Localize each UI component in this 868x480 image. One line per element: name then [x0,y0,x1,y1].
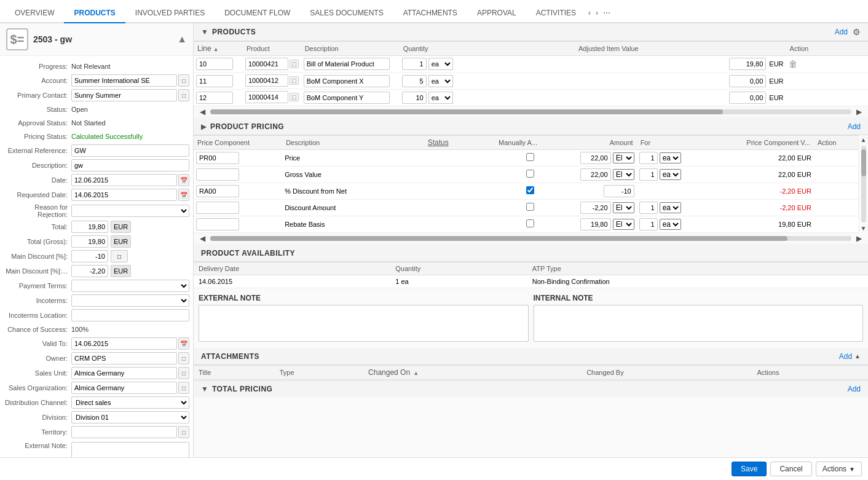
manually-checkbox[interactable] [526,170,534,178]
manually-checkbox[interactable] [526,186,534,194]
owner-pick-btn[interactable]: □ [178,352,189,364]
sales-org-pick-btn[interactable]: □ [178,382,189,394]
incoterms-location-input[interactable] [71,309,189,321]
pricing-add-button[interactable]: Add [848,122,861,131]
pricing-scroll-up[interactable]: ▲ [859,135,868,144]
sales-org-input[interactable] [71,382,177,394]
unit-select[interactable]: ea [428,92,453,104]
for-qty-input[interactable] [639,152,658,164]
amount-input[interactable] [604,185,634,197]
delete-row-button[interactable]: 🗑 [789,59,797,69]
qty-input[interactable] [402,75,427,87]
date-input[interactable] [71,174,177,186]
save-button[interactable]: Save [732,462,767,476]
value-input[interactable] [729,75,766,87]
price-component-input[interactable] [196,202,239,214]
pricing-scroll-track[interactable] [861,146,866,222]
account-pick-btn[interactable]: □ [178,74,189,87]
valid-to-input[interactable] [71,337,177,350]
total-input[interactable] [71,221,108,233]
total-pricing-add-button[interactable]: Add [848,385,861,393]
date-calendar-btn[interactable]: 📅 [178,174,189,186]
incoterms-select[interactable] [71,294,189,307]
product-copy-icon[interactable]: □ [290,93,299,101]
pricing-collapse-chevron[interactable]: ▶ [201,122,207,131]
qty-input[interactable] [402,92,427,104]
sales-unit-input[interactable] [71,367,177,379]
pricing-h-scroll-track[interactable] [210,236,851,241]
tab-attachments[interactable]: ATTACHMENTS [393,4,467,23]
products-collapse-chevron[interactable]: ▼ [201,28,208,36]
for-qty-input[interactable] [639,202,658,214]
actions-button[interactable]: Actions ▼ [816,462,862,476]
description-input[interactable] [304,58,390,70]
primary-contact-pick-btn[interactable]: □ [178,89,189,101]
products-scroll-left[interactable]: ◀ [197,108,208,116]
tab-involved-parties[interactable]: INVOLVED PARTIES [125,4,215,23]
payment-terms-select[interactable] [71,280,189,292]
attachments-expand-icon[interactable]: ▲ [854,353,861,360]
manually-checkbox[interactable] [526,219,534,227]
territory-input[interactable] [71,426,177,438]
line-sort-icon[interactable]: ▲ [213,46,219,52]
requested-date-calendar-btn[interactable]: 📅 [178,189,189,201]
price-component-input[interactable] [196,152,239,164]
cancel-button[interactable]: Cancel [770,462,811,476]
changed-on-sort-icon[interactable]: ▲ [413,370,419,376]
territory-pick-btn[interactable]: □ [178,426,189,438]
main-discount2-input[interactable] [71,265,108,277]
for-unit2-select[interactable]: ea [660,202,681,213]
amount-unit-select[interactable]: El [613,202,634,213]
for-unit2-select[interactable]: ea [660,219,681,230]
tab-products[interactable]: PRODUCTS [64,4,125,23]
account-input[interactable] [71,74,177,87]
ext-note-textarea[interactable] [71,442,189,457]
requested-date-input[interactable] [71,189,177,201]
division-select[interactable]: Division 01 [71,411,189,423]
main-discount-input[interactable] [71,250,108,262]
amount-input[interactable] [580,152,611,164]
for-unit2-select[interactable]: ea [660,152,681,163]
expand-sidebar-btn[interactable]: ▲ [177,34,187,45]
tab-approval[interactable]: APPROVAL [467,4,526,23]
amount-input[interactable] [580,218,611,230]
tab-next-arrow[interactable]: › [593,4,601,22]
valid-to-calendar-btn[interactable]: 📅 [178,337,189,350]
reason-select[interactable] [71,205,189,217]
product-input[interactable] [245,91,288,103]
products-scroll-right[interactable]: ▶ [854,108,864,116]
amount-unit-select[interactable]: El [613,219,634,230]
pricing-scroll-left[interactable]: ◀ [197,234,208,243]
product-copy-icon[interactable]: □ [290,60,299,68]
total-gross-input[interactable] [71,235,108,248]
price-component-input[interactable] [196,168,239,181]
manually-checkbox[interactable] [526,153,534,161]
amount-input[interactable] [580,202,611,214]
manually-checkbox[interactable] [526,203,534,211]
tab-activities[interactable]: ACTIVITIES [526,4,586,23]
internal-note-input[interactable] [534,305,864,342]
product-input[interactable] [245,74,288,87]
unit-select[interactable]: ea [428,75,453,87]
value-input[interactable] [729,92,766,104]
unit-select[interactable]: ea [428,58,453,70]
tab-prev-arrow[interactable]: ‹ [586,4,593,22]
products-scroll-track[interactable] [210,109,851,114]
tab-document-flow[interactable]: DOCUMENT FLOW [215,4,300,23]
external-ref-input[interactable] [71,144,189,157]
product-input[interactable] [245,58,288,70]
tab-more-menu[interactable]: ⋯ [601,4,613,22]
price-component-input[interactable] [196,185,239,197]
products-add-button[interactable]: Add [835,28,848,36]
dist-channel-select[interactable]: Direct sales [71,396,189,409]
for-qty-input[interactable] [639,218,658,230]
pricing-scroll-right[interactable]: ▶ [854,234,864,243]
description-input[interactable] [71,159,189,171]
line-input[interactable] [196,92,233,104]
qty-input[interactable] [402,58,427,70]
attachments-add-button[interactable]: Add [839,352,852,361]
products-settings-button[interactable]: ⚙ [853,27,861,37]
pricing-scroll-down[interactable]: ▼ [859,224,868,233]
amount-unit-select[interactable]: El [613,152,634,163]
value-input[interactable] [729,58,766,70]
